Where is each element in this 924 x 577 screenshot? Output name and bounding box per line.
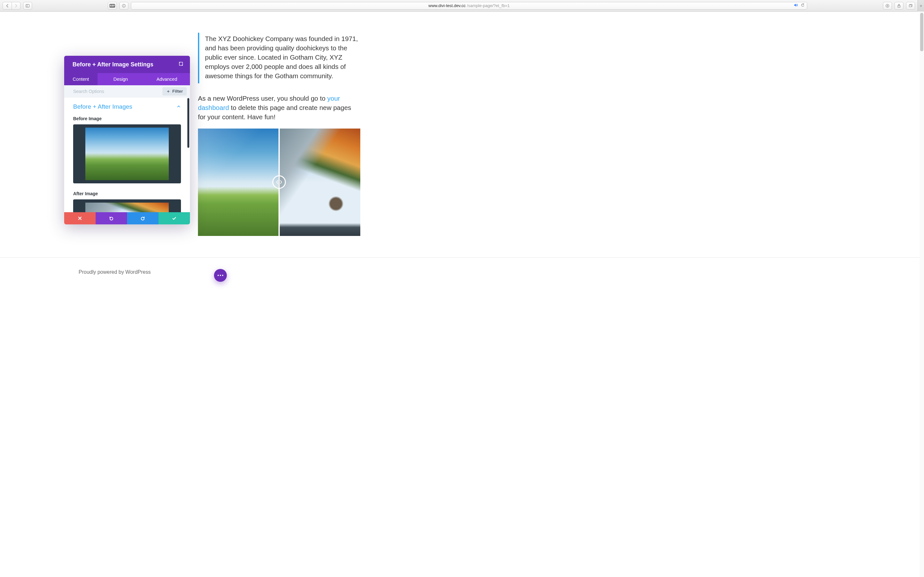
page-viewport: The XYZ Doohickey Company was founded in…: [0, 11, 924, 577]
expand-modal-button[interactable]: [178, 61, 184, 68]
svg-rect-7: [909, 5, 911, 7]
module-settings-modal: Before + After Image Settings Content De…: [64, 56, 190, 224]
before-image-picker[interactable]: [73, 124, 181, 183]
modal-scrollbar[interactable]: [187, 98, 189, 148]
modal-body: Before + After Images Before Image After…: [64, 97, 190, 212]
redo-icon: [140, 216, 145, 221]
footer-credit: Proudly powered by WordPress: [79, 269, 151, 275]
tab-design[interactable]: Design: [97, 73, 144, 85]
search-options-input[interactable]: [73, 89, 137, 94]
page-scrollbar-track[interactable]: [919, 11, 924, 577]
before-preview-image: [198, 129, 279, 236]
nav-forward-button[interactable]: [11, 2, 21, 10]
address-bar[interactable]: www.divi-test.dev.cc/sample-page/?et_fb=…: [131, 2, 807, 10]
reload-button[interactable]: [800, 3, 805, 8]
share-button[interactable]: [895, 2, 903, 10]
modal-actions: [64, 212, 190, 224]
page-scrollbar-thumb[interactable]: [920, 13, 923, 51]
svg-point-3: [124, 5, 124, 5]
nav-back-button[interactable]: [3, 2, 11, 10]
tabs-button[interactable]: [906, 2, 915, 10]
before-image-label: Before Image: [73, 116, 181, 121]
browser-toolbar: ABP www.divi-test.dev.cc/sample-page/?et…: [0, 0, 924, 11]
modal-tabs: Content Design Advanced: [64, 73, 190, 85]
divi-fab-button[interactable]: [214, 269, 227, 282]
section-title: Before + After Images: [73, 103, 132, 110]
undo-icon: [109, 216, 114, 221]
filter-button[interactable]: ＋ Filter: [162, 87, 187, 95]
page-info-button[interactable]: [120, 2, 128, 10]
url-host: www.divi-test.dev.cc: [428, 3, 465, 8]
modal-toolbar: ＋ Filter: [64, 85, 190, 97]
after-image-label: After Image: [73, 191, 181, 196]
chevron-up-icon: [176, 103, 181, 110]
abp-extension-button[interactable]: ABP: [108, 2, 117, 10]
audio-indicator-icon[interactable]: [793, 3, 798, 8]
before-image-thumbnail: [86, 127, 169, 180]
svg-rect-0: [26, 4, 29, 7]
tab-content[interactable]: Content: [64, 73, 97, 85]
close-icon: [78, 216, 82, 221]
tab-advanced[interactable]: Advanced: [144, 73, 190, 85]
abp-icon: ABP: [110, 4, 115, 8]
after-image-picker[interactable]: [73, 199, 181, 212]
new-tab-button[interactable]: +: [918, 0, 924, 11]
cancel-button[interactable]: [64, 212, 95, 224]
intro-paragraph: As a new WordPress user, you should go t…: [198, 93, 360, 121]
sidebar-toggle-button[interactable]: [23, 2, 32, 10]
url-path: /sample-page/?et_fb=1: [467, 3, 509, 8]
section-toggle[interactable]: Before + After Images: [73, 103, 181, 110]
check-icon: [172, 216, 177, 221]
slider-handle[interactable]: [272, 175, 286, 189]
plus-icon: ＋: [166, 89, 170, 94]
ellipsis-icon: [218, 275, 223, 276]
downloads-button[interactable]: [883, 2, 892, 10]
redo-button[interactable]: [127, 212, 158, 224]
blockquote: The XYZ Doohickey Company was founded in…: [198, 33, 360, 83]
after-preview-image: [279, 129, 360, 236]
save-button[interactable]: [158, 212, 190, 224]
modal-title: Before + After Image Settings: [73, 61, 153, 68]
para-text-before: As a new WordPress user, you should go t…: [198, 95, 327, 102]
before-after-preview[interactable]: [198, 129, 360, 236]
filter-label: Filter: [172, 89, 183, 93]
slider-arrows-icon: [275, 178, 283, 186]
modal-header[interactable]: Before + After Image Settings: [64, 56, 190, 73]
undo-button[interactable]: [95, 212, 127, 224]
after-image-thumbnail: [86, 203, 169, 212]
svg-rect-8: [179, 62, 183, 65]
